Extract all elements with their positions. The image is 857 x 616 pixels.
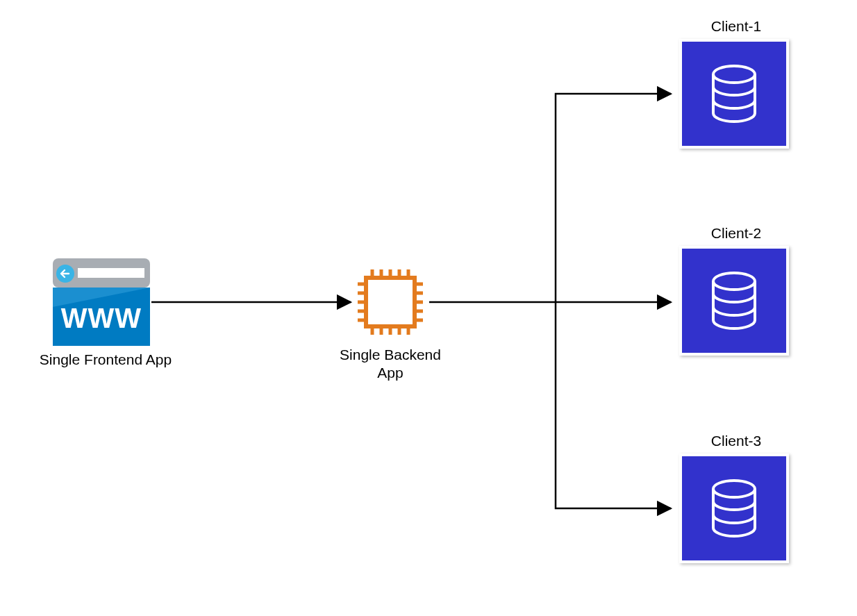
- diagram-canvas: { "nodes": { "frontend": { "label": "Sin…: [0, 0, 857, 616]
- svg-rect-4: [366, 278, 415, 326]
- database-icon-client-2: [679, 246, 789, 356]
- database-icon-client-3: [679, 453, 789, 563]
- frontend-label: Single Frontend App: [36, 351, 175, 369]
- cpu-chip-icon: [358, 269, 423, 335]
- svg-rect-2: [78, 268, 144, 278]
- browser-www-text: WWW: [61, 303, 142, 333]
- svg-layer: WWW: [0, 0, 857, 616]
- browser-www-icon: WWW: [53, 258, 150, 346]
- database-icon-client-1: [679, 39, 789, 149]
- client3-label: Client-3: [698, 432, 774, 450]
- client1-label: Client-1: [698, 17, 774, 35]
- backend-label: Single Backend App: [328, 346, 453, 383]
- arrow-backend-to-client3: [556, 302, 671, 508]
- client2-label: Client-2: [698, 224, 774, 242]
- arrow-backend-to-client1: [556, 94, 671, 302]
